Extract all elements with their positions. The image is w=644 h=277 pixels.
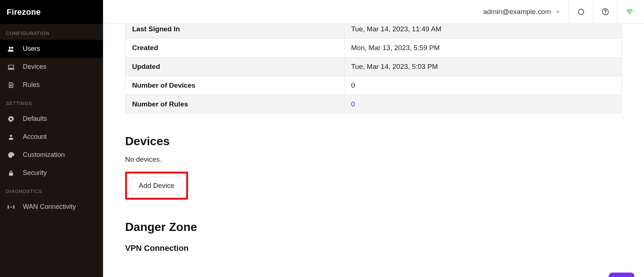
svg-point-7 [578, 9, 584, 15]
account-menu[interactable]: admin@example.com [475, 0, 569, 24]
palette-icon [7, 151, 15, 159]
sidebar-item-wan-connectivity[interactable]: WAN Connectivity [0, 198, 103, 216]
sidebar-item-label: Rules [23, 81, 40, 89]
detail-row: UpdatedTue, Mar 14, 2023, 5:03 PM [125, 57, 622, 76]
sidebar-item-label: Customization [23, 151, 65, 159]
signal-icon [7, 203, 15, 211]
svg-point-1 [9, 154, 10, 155]
brand-bar: Firezone [0, 0, 103, 24]
sidebar: Firezone CONFIGURATIONUsersDevicesRulesS… [0, 0, 103, 277]
add-device-button[interactable]: Add Device [130, 177, 183, 194]
svg-point-4 [12, 154, 13, 155]
detail-value: Tue, Mar 14, 2023, 11:49 AM [344, 24, 622, 38]
sidebar-item-label: Users [23, 45, 40, 53]
person-icon [7, 133, 15, 141]
svg-point-9 [605, 13, 605, 14]
highlight-box: Add Device [125, 172, 188, 200]
main: admin@example.com Last Signed InTue, Mar… [103, 0, 644, 277]
sidebar-section-label: SETTINGS [0, 94, 103, 110]
laptop-icon [7, 63, 15, 71]
circle-icon [577, 8, 585, 16]
detail-key: Last Signed In [125, 24, 344, 38]
wifi-icon [626, 8, 634, 16]
chevron-down-icon [555, 9, 560, 14]
sidebar-item-account[interactable]: Account [0, 128, 103, 146]
svg-point-10 [629, 14, 630, 15]
sidebar-section-label: CONFIGURATION [0, 24, 103, 40]
devices-empty-text: No devices. [125, 155, 622, 164]
gear-icon [7, 115, 15, 123]
floating-action-hint[interactable] [609, 273, 634, 277]
sidebar-item-label: Defaults [23, 115, 47, 123]
sidebar-item-devices[interactable]: Devices [0, 58, 103, 76]
svg-point-2 [10, 153, 11, 154]
detail-row: Last Signed InTue, Mar 14, 2023, 11:49 A… [125, 24, 622, 38]
detail-value: 0 [344, 76, 622, 95]
svg-point-6 [11, 206, 12, 207]
sidebar-item-label: Security [23, 169, 47, 177]
detail-key: Created [125, 38, 344, 57]
svg-point-0 [10, 135, 12, 137]
topbar: admin@example.com [103, 0, 644, 24]
sidebar-item-customization[interactable]: Customization [0, 146, 103, 164]
sidebar-item-security[interactable]: Security [0, 164, 103, 182]
help-icon [601, 8, 609, 16]
detail-value: Mon, Mar 13, 2023, 5:59 PM [344, 38, 622, 57]
sidebar-item-rules[interactable]: Rules [0, 76, 103, 94]
help-button[interactable] [593, 0, 618, 24]
sidebar-item-label: Devices [23, 63, 46, 71]
notifications-button[interactable] [569, 0, 593, 24]
detail-value-link[interactable]: 0 [351, 100, 355, 108]
detail-value: 0 [344, 95, 622, 113]
detail-key: Number of Rules [125, 95, 344, 113]
brand-name: Firezone [7, 7, 41, 17]
user-details-table: Last Signed InTue, Mar 14, 2023, 11:49 A… [125, 24, 622, 114]
account-email: admin@example.com [483, 8, 551, 16]
content-area: Last Signed InTue, Mar 14, 2023, 11:49 A… [103, 24, 644, 277]
danger-zone-heading: Danger Zone [125, 220, 622, 234]
svg-rect-5 [9, 173, 13, 176]
sidebar-item-users[interactable]: Users [0, 40, 103, 58]
sidebar-item-label: Account [23, 133, 47, 141]
vpn-connection-heading: VPN Connection [125, 243, 622, 253]
detail-value: Tue, Mar 14, 2023, 5:03 PM [344, 57, 622, 76]
detail-row: Number of Rules0 [125, 95, 622, 113]
detail-key: Number of Devices [125, 76, 344, 95]
sidebar-section-label: DIAGNOSTICS [0, 182, 103, 198]
lock-icon [7, 169, 15, 177]
detail-row: CreatedMon, Mar 13, 2023, 5:59 PM [125, 38, 622, 57]
connection-status-button[interactable] [618, 0, 642, 24]
svg-point-3 [11, 153, 12, 154]
sidebar-item-label: WAN Connectivity [23, 203, 76, 211]
devices-heading: Devices [125, 134, 622, 148]
users-icon [7, 45, 15, 53]
detail-row: Number of Devices0 [125, 76, 622, 95]
rules-icon [7, 81, 15, 89]
sidebar-item-defaults[interactable]: Defaults [0, 110, 103, 128]
detail-key: Updated [125, 57, 344, 76]
